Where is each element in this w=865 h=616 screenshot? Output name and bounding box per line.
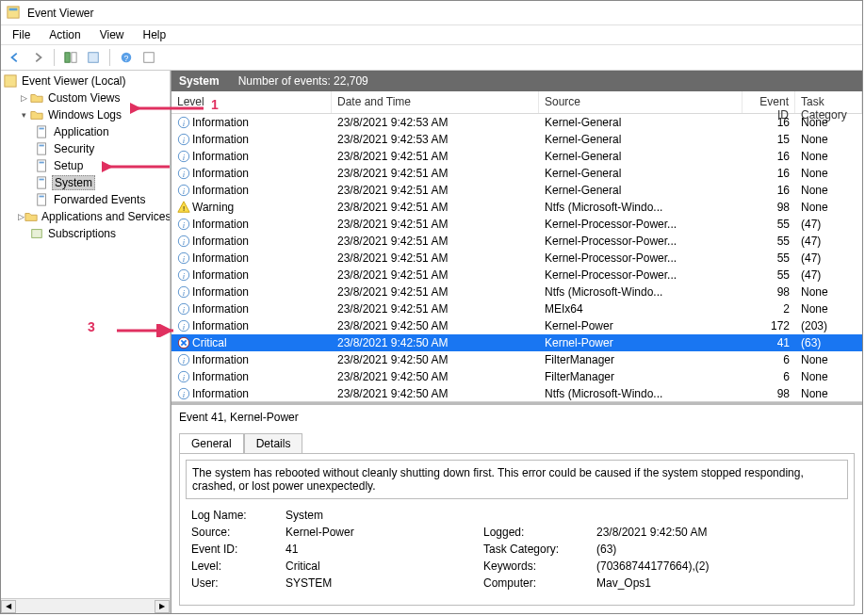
info-icon: i (177, 251, 190, 265)
svg-rect-1 (9, 8, 18, 10)
table-row[interactable]: iInformation23/8/2021 9:42:51 AMKernel-P… (171, 233, 862, 250)
crit-icon (177, 336, 190, 349)
col-level[interactable]: Level (171, 91, 332, 113)
table-row[interactable]: iInformation23/8/2021 9:42:50 AMFilterMa… (171, 351, 862, 368)
eventviewer-icon (3, 73, 18, 89)
table-body[interactable]: iInformation23/8/2021 9:42:53 AMKernel-G… (171, 114, 862, 401)
col-source[interactable]: Source (539, 91, 743, 113)
menu-help[interactable]: Help (136, 26, 174, 43)
col-category[interactable]: Task Category (795, 91, 862, 113)
info-icon: i (177, 150, 190, 163)
svg-rect-8 (5, 75, 16, 87)
tree-root[interactable]: Event Viewer (Local) (1, 73, 170, 89)
expander-icon[interactable]: ▾ (18, 110, 29, 120)
menu-file[interactable]: File (5, 26, 38, 43)
sidebar: Event Viewer (Local) ▷ Custom Views ▾ Wi… (1, 71, 171, 613)
svg-rect-12 (40, 145, 44, 147)
table-row[interactable]: iInformation23/8/2021 9:42:51 AMKernel-P… (171, 250, 862, 267)
info-icon: i (177, 302, 190, 316)
event-properties: Log Name:System Source:Kernel-Power Logg… (186, 509, 848, 590)
content-header: System Number of events: 22,709 (171, 71, 862, 91)
back-button[interactable] (5, 47, 25, 68)
table-row[interactable]: iInformation23/8/2021 9:42:51 AMNtfs (Mi… (171, 284, 862, 300)
window-title: Event Viewer (27, 7, 93, 20)
forward-button[interactable] (27, 47, 48, 68)
table-row[interactable]: iInformation23/8/2021 9:42:53 AMKernel-G… (171, 131, 862, 148)
log-icon (35, 192, 50, 207)
table-row[interactable]: iInformation23/8/2021 9:42:50 AMNtfs (Mi… (171, 385, 862, 401)
tree-app-services[interactable]: ▷ Applications and Services Lo (1, 208, 170, 225)
table-row[interactable]: iInformation23/8/2021 9:42:50 AMKernel-P… (171, 317, 862, 334)
scroll-right-icon[interactable]: ▶ (155, 600, 170, 613)
table-row[interactable]: iInformation23/8/2021 9:42:51 AMKernel-P… (171, 216, 862, 233)
toolbar: ? (1, 44, 862, 71)
tab-general-pane: The system has rebooted without cleanly … (179, 453, 855, 606)
info-icon: i (177, 285, 190, 299)
table-row[interactable]: !Warning23/8/2021 9:42:51 AMNtfs (Micros… (171, 199, 862, 216)
svg-rect-10 (40, 128, 44, 130)
info-icon: i (177, 235, 190, 248)
app-icon (7, 6, 22, 21)
info-icon: i (177, 353, 190, 366)
table-row[interactable]: iInformation23/8/2021 9:42:51 AMKernel-P… (171, 267, 862, 284)
folder-icon (24, 209, 38, 224)
refresh-button[interactable] (139, 47, 159, 68)
tree[interactable]: Event Viewer (Local) ▷ Custom Views ▾ Wi… (1, 71, 170, 598)
table-row[interactable]: iInformation23/8/2021 9:42:50 AMFilterMa… (171, 368, 862, 385)
log-icon (35, 124, 50, 139)
annotation-3-label: 3 (88, 319, 95, 334)
scroll-left-icon[interactable]: ◀ (1, 600, 16, 613)
tab-details[interactable]: Details (244, 433, 303, 453)
detail-title: Event 41, Kernel-Power (171, 405, 862, 430)
tree-windows-logs[interactable]: ▾ Windows Logs (1, 106, 170, 123)
annotation-1-label: 1 (211, 97, 219, 112)
warn-icon: ! (177, 201, 190, 214)
menu-view[interactable]: View (92, 26, 132, 43)
col-eventid[interactable]: Event ID (743, 91, 795, 113)
tab-general[interactable]: General (179, 433, 244, 453)
tree-custom-views[interactable]: ▷ Custom Views (1, 89, 170, 106)
properties-button[interactable] (83, 47, 104, 68)
folder-icon (29, 107, 44, 122)
col-date[interactable]: Date and Time (332, 91, 539, 113)
tree-application[interactable]: Application (1, 123, 170, 140)
content-pane: System Number of events: 22,709 Level Da… (171, 71, 862, 613)
svg-rect-4 (89, 53, 99, 63)
info-icon: i (177, 133, 190, 146)
table-row[interactable]: iInformation23/8/2021 9:42:51 AMKernel-G… (171, 182, 862, 199)
table-row[interactable]: Critical23/8/2021 9:42:50 AMKernel-Power… (171, 334, 862, 351)
sidebar-scrollbar[interactable]: ◀ ▶ (1, 598, 170, 613)
title-bar: Event Viewer (1, 1, 862, 25)
svg-text:?: ? (124, 54, 129, 63)
menu-action[interactable]: Action (41, 26, 88, 43)
table-row[interactable]: iInformation23/8/2021 9:42:51 AMKernel-G… (171, 165, 862, 182)
detail-panel: Event 41, Kernel-Power General Details T… (171, 402, 862, 613)
showhide-button[interactable] (60, 47, 81, 68)
log-icon (35, 141, 50, 156)
tree-forwarded[interactable]: Forwarded Events (1, 191, 170, 208)
svg-rect-3 (72, 53, 76, 63)
svg-rect-14 (40, 162, 44, 164)
tree-security[interactable]: Security (1, 140, 170, 157)
info-icon: i (177, 268, 190, 282)
table-row[interactable]: iInformation23/8/2021 9:42:53 AMKernel-G… (171, 114, 862, 131)
info-icon: i (177, 184, 190, 197)
log-name: System (179, 74, 220, 88)
log-icon (35, 158, 50, 173)
log-icon (35, 175, 50, 190)
event-count: Number of events: 22,709 (238, 74, 368, 88)
table-row[interactable]: iInformation23/8/2021 9:42:51 AMMEIx642N… (171, 300, 862, 317)
menu-bar: File Action View Help (1, 25, 862, 44)
info-icon: i (177, 370, 190, 383)
tree-subscriptions[interactable]: Subscriptions (1, 225, 170, 242)
info-icon: i (177, 319, 190, 332)
tree-system[interactable]: System (1, 174, 170, 191)
info-icon: i (177, 116, 190, 129)
expander-icon[interactable]: ▷ (18, 93, 29, 103)
help-button[interactable]: ? (116, 47, 137, 68)
tree-setup[interactable]: Setup (1, 157, 170, 174)
info-icon: i (177, 167, 190, 180)
expander-icon[interactable]: ▷ (18, 212, 24, 221)
svg-rect-16 (40, 179, 44, 181)
table-row[interactable]: iInformation23/8/2021 9:42:51 AMKernel-G… (171, 148, 862, 165)
